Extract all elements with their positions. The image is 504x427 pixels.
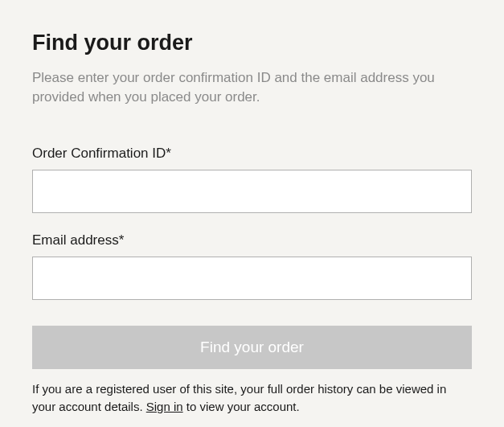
page-title: Find your order — [32, 31, 472, 55]
page-description: Please enter your order confirmation ID … — [32, 68, 472, 107]
order-id-label: Order Confirmation ID* — [32, 146, 472, 162]
email-input[interactable] — [32, 257, 472, 300]
email-label: Email address* — [32, 232, 472, 248]
signin-link[interactable]: Sign in — [146, 400, 183, 413]
order-id-input[interactable] — [32, 170, 472, 213]
order-id-group: Order Confirmation ID* — [32, 146, 472, 213]
find-order-button[interactable]: Find your order — [32, 326, 472, 369]
footer-text: If you are a registered user of this sit… — [32, 380, 472, 417]
email-group: Email address* — [32, 232, 472, 300]
footer-suffix: to view your account. — [183, 400, 300, 413]
